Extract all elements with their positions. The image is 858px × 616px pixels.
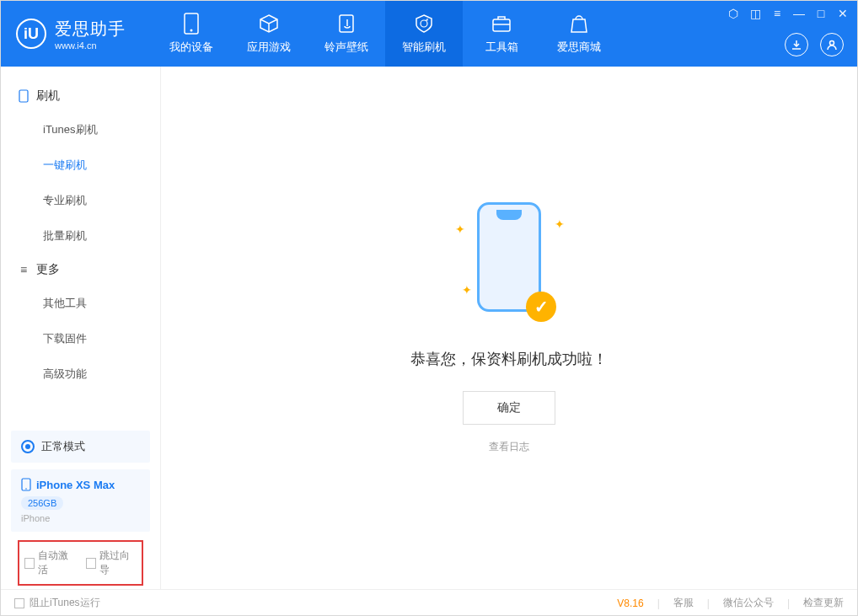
sidebar-item-oneclick-flash[interactable]: 一键刷机 [1, 147, 160, 183]
view-log-link[interactable]: 查看日志 [489, 440, 529, 454]
section-title: 刷机 [36, 88, 60, 104]
brand-url: www.i4.cn [55, 40, 126, 51]
device-small-icon [18, 90, 29, 102]
sidebar-item-other-tools[interactable]: 其他工具 [1, 286, 160, 321]
window-controls: ⬡ ◫ ≡ — □ ✕ [726, 6, 850, 21]
nav-my-device[interactable]: 我的设备 [153, 1, 230, 67]
brand-logo: iU 爱思助手 www.i4.cn [1, 1, 141, 67]
phone-icon [180, 13, 202, 35]
device-storage-badge: 256GB [21, 496, 63, 510]
maximize-button[interactable]: □ [813, 6, 829, 21]
nav-flash[interactable]: 智能刷机 [385, 1, 463, 67]
mode-label: 正常模式 [41, 439, 85, 454]
minimize-button[interactable]: — [791, 6, 807, 21]
nav-label: 应用游戏 [247, 40, 291, 55]
ok-button[interactable]: 确定 [463, 391, 555, 425]
menu-icon[interactable]: ≡ [770, 6, 785, 21]
download-button[interactable] [785, 33, 808, 56]
shirt-icon[interactable]: ⬡ [726, 6, 741, 21]
box-icon[interactable]: ◫ [748, 6, 763, 21]
nav-label: 智能刷机 [402, 40, 446, 55]
sidebar-item-itunes-flash[interactable]: iTunes刷机 [1, 112, 160, 147]
app-body: 刷机 iTunes刷机 一键刷机 专业刷机 批量刷机 ≡ 更多 其他工具 下载固… [1, 67, 857, 589]
brand-name: 爱思助手 [55, 18, 126, 40]
nav-label: 我的设备 [169, 40, 213, 55]
sidebar: 刷机 iTunes刷机 一键刷机 专业刷机 批量刷机 ≡ 更多 其他工具 下载固… [1, 67, 161, 589]
phone-small-icon [21, 478, 31, 491]
header-actions [785, 33, 844, 56]
success-message: 恭喜您，保资料刷机成功啦！ [410, 349, 608, 369]
svg-point-4 [830, 41, 834, 46]
refresh-shield-icon [413, 13, 435, 35]
nav-label: 爱思商城 [557, 40, 601, 55]
checkbox-block-itunes[interactable]: 阻止iTunes运行 [14, 596, 100, 610]
sparkle-icon: ✦ [455, 222, 465, 236]
sidebar-item-download-firmware[interactable]: 下载固件 [1, 321, 160, 356]
check-badge-icon: ✓ [526, 292, 556, 322]
logo-icon: iU [16, 19, 46, 49]
footer-link-wechat[interactable]: 微信公众号 [723, 596, 774, 610]
briefcase-icon [491, 13, 512, 35]
device-info-box[interactable]: iPhone XS Max 256GB iPhone [11, 469, 150, 532]
footer-link-update[interactable]: 检查更新 [803, 596, 844, 610]
device-name: iPhone XS Max [36, 479, 115, 491]
sidebar-item-pro-flash[interactable]: 专业刷机 [1, 183, 160, 218]
mode-indicator-icon [21, 440, 35, 453]
svg-point-1 [190, 29, 193, 32]
footer-right: V8.16 | 客服 | 微信公众号 | 检查更新 [617, 596, 844, 610]
sidebar-bottom: 正常模式 iPhone XS Max 256GB iPhone 自动激活 跳过向… [1, 431, 160, 589]
section-title: 更多 [36, 262, 60, 277]
music-icon [335, 13, 357, 35]
nav-toolbox[interactable]: 工具箱 [463, 1, 540, 67]
main-nav: 我的设备 应用游戏 铃声壁纸 智能刷机 工具箱 爱思商城 [153, 1, 618, 67]
separator: | [787, 597, 790, 609]
sidebar-section-flash: 刷机 [1, 80, 160, 112]
svg-rect-3 [493, 19, 510, 31]
sidebar-section-more: ≡ 更多 [1, 254, 160, 286]
nav-apps[interactable]: 应用游戏 [230, 1, 308, 67]
main-content: ✦ ✦ ✦ ✓ 恭喜您，保资料刷机成功啦！ 确定 查看日志 [161, 67, 857, 589]
svg-point-7 [25, 488, 27, 490]
nav-label: 工具箱 [485, 40, 518, 55]
separator: | [657, 597, 660, 609]
sidebar-item-batch-flash[interactable]: 批量刷机 [1, 218, 160, 254]
cube-icon [258, 13, 280, 35]
device-type: iPhone [21, 513, 140, 523]
list-icon: ≡ [18, 264, 29, 276]
sidebar-item-advanced[interactable]: 高级功能 [1, 356, 160, 392]
sparkle-icon: ✦ [555, 217, 565, 231]
app-header: iU 爱思助手 www.i4.cn 我的设备 应用游戏 铃声壁纸 智能刷机 工具… [1, 1, 857, 67]
highlighted-options-box: 自动激活 跳过向导 [18, 540, 143, 586]
version-label: V8.16 [617, 597, 643, 609]
separator: | [707, 597, 710, 609]
device-mode-box[interactable]: 正常模式 [11, 431, 150, 463]
user-button[interactable] [820, 33, 844, 56]
close-button[interactable]: ✕ [835, 6, 850, 21]
sparkle-icon: ✦ [462, 283, 472, 297]
checkbox-skip-guide[interactable]: 跳过向导 [86, 549, 137, 577]
nav-label: 铃声壁纸 [324, 40, 368, 55]
bag-icon [568, 13, 590, 35]
footer-link-support[interactable]: 客服 [673, 596, 694, 610]
nav-ringtones[interactable]: 铃声壁纸 [308, 1, 385, 67]
nav-store[interactable]: 爱思商城 [540, 1, 618, 67]
checkbox-auto-activate[interactable]: 自动激活 [24, 549, 76, 577]
success-illustration: ✦ ✦ ✦ ✓ [450, 202, 568, 329]
svg-rect-5 [19, 90, 28, 102]
status-bar: 阻止iTunes运行 V8.16 | 客服 | 微信公众号 | 检查更新 [1, 589, 857, 616]
svg-rect-2 [340, 15, 353, 32]
